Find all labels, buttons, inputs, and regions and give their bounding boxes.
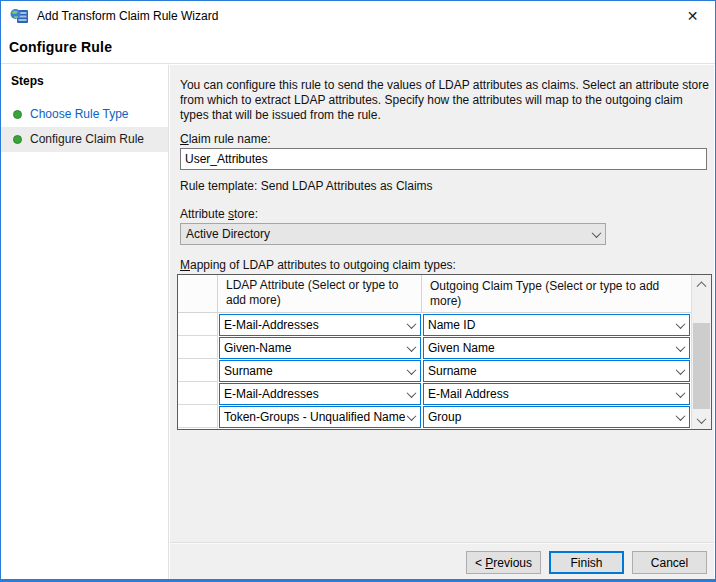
attribute-store-select[interactable]: Active Directory bbox=[180, 223, 606, 245]
outgoing-claim-select[interactable]: Name ID bbox=[423, 314, 690, 336]
claim-rule-name-input[interactable] bbox=[180, 148, 707, 170]
chevron-down-icon bbox=[407, 365, 417, 375]
close-button[interactable]: ✕ bbox=[670, 1, 715, 31]
sidebar-step-item[interactable]: Choose Rule Type bbox=[1, 102, 168, 127]
ldap-attribute-column-header: LDAP Attribute (Select or type to add mo… bbox=[218, 275, 422, 312]
ldap-attribute-select[interactable]: Token-Groups - Unqualified Names bbox=[219, 406, 421, 428]
outgoing-claim-value: Surname bbox=[428, 364, 674, 378]
row-selector-header bbox=[178, 275, 218, 312]
mapping-table: LDAP Attribute (Select or type to add mo… bbox=[177, 274, 712, 430]
chevron-down-icon bbox=[407, 319, 417, 329]
scroll-up-button[interactable] bbox=[692, 275, 711, 292]
row-selector bbox=[178, 428, 218, 429]
outgoing-claim-column-header: Outgoing Claim Type (Select or type to a… bbox=[422, 275, 691, 312]
footer-buttons: < Previous Finish Cancel bbox=[466, 551, 707, 574]
step-label: Choose Rule Type bbox=[30, 107, 129, 121]
content-panel: You can configure this rule to send the … bbox=[170, 65, 714, 579]
steps-heading: Steps bbox=[1, 65, 168, 102]
chevron-down-icon bbox=[697, 414, 707, 424]
rule-template-text: Rule template: Send LDAP Attributes as C… bbox=[180, 179, 433, 193]
row-selector[interactable] bbox=[178, 405, 218, 428]
ldap-attribute-value: Given-Name bbox=[224, 341, 405, 355]
ldap-attribute-select[interactable]: Surname bbox=[219, 360, 421, 382]
previous-button[interactable]: < Previous bbox=[466, 551, 541, 574]
outgoing-claim-select[interactable]: Surname bbox=[423, 360, 690, 382]
finish-button[interactable]: Finish bbox=[549, 551, 624, 574]
chevron-down-icon bbox=[676, 365, 686, 375]
row-selector[interactable] bbox=[178, 336, 218, 359]
mapping-table-row: E-Mail-Addresses E-Mail Address bbox=[178, 382, 691, 405]
ldap-attribute-value: E-Mail-Addresses bbox=[224, 387, 405, 401]
page-header: Configure Rule bbox=[1, 31, 715, 64]
chevron-down-icon bbox=[676, 411, 686, 421]
ldap-attribute-select[interactable]: E-Mail-Addresses bbox=[219, 383, 421, 405]
wizard-window: Add Transform Claim Rule Wizard ✕ Config… bbox=[0, 0, 716, 582]
chevron-down-icon bbox=[676, 388, 686, 398]
window-title: Add Transform Claim Rule Wizard bbox=[37, 9, 218, 23]
row-selector[interactable] bbox=[178, 359, 218, 382]
steps-sidebar: Steps Choose Rule Type Configure Claim R… bbox=[1, 65, 169, 579]
chevron-down-icon bbox=[407, 388, 417, 398]
outgoing-claim-value: Group bbox=[428, 410, 674, 424]
ldap-attribute-select[interactable]: E-Mail-Addresses bbox=[219, 314, 421, 336]
step-status-icon bbox=[13, 110, 22, 119]
scrollbar-track[interactable] bbox=[692, 292, 711, 412]
cancel-button[interactable]: Cancel bbox=[632, 551, 707, 574]
chevron-down-icon bbox=[676, 319, 686, 329]
sidebar-step-item[interactable]: Configure Claim Rule bbox=[1, 127, 168, 152]
attribute-store-label: Attribute store: bbox=[180, 207, 258, 221]
footer-divider bbox=[170, 542, 714, 544]
claim-rule-wizard-icon bbox=[10, 8, 30, 25]
mapping-table-body: LDAP Attribute (Select or type to add mo… bbox=[178, 275, 691, 429]
mapping-table-row: Surname Surname bbox=[178, 359, 691, 382]
row-selector[interactable] bbox=[178, 382, 218, 405]
chevron-down-icon bbox=[407, 342, 417, 352]
chevron-up-icon bbox=[697, 281, 707, 291]
outgoing-claim-select[interactable]: Group bbox=[423, 406, 690, 428]
outgoing-claim-value: Name ID bbox=[428, 318, 674, 332]
chevron-down-icon bbox=[592, 228, 602, 238]
step-status-icon bbox=[13, 135, 22, 144]
mapping-label: Mapping of LDAP attributes to outgoing c… bbox=[180, 258, 456, 272]
scrollbar-thumb[interactable] bbox=[693, 323, 710, 409]
mapping-rows: E-Mail-Addresses Name ID Given-Name Give… bbox=[178, 313, 691, 428]
outgoing-claim-value: Given Name bbox=[428, 341, 674, 355]
row-selector[interactable] bbox=[178, 313, 218, 336]
outgoing-claim-select[interactable]: Given Name bbox=[423, 337, 690, 359]
ldap-attribute-select[interactable]: Given-Name bbox=[219, 337, 421, 359]
outgoing-claim-select[interactable]: E-Mail Address bbox=[423, 383, 690, 405]
step-label: Configure Claim Rule bbox=[30, 132, 144, 146]
attribute-store-value: Active Directory bbox=[186, 227, 593, 241]
ldap-attribute-value: E-Mail-Addresses bbox=[224, 318, 405, 332]
chevron-down-icon bbox=[407, 411, 417, 421]
ldap-attribute-value: Surname bbox=[224, 364, 405, 378]
mapping-table-row: Given-Name Given Name bbox=[178, 336, 691, 359]
claim-rule-name-label: Claim rule name: bbox=[180, 132, 271, 146]
ldap-attribute-value: Token-Groups - Unqualified Names bbox=[224, 410, 405, 424]
chevron-down-icon bbox=[676, 342, 686, 352]
mapping-table-row: Token-Groups - Unqualified Names Group bbox=[178, 405, 691, 428]
table-scrollbar[interactable] bbox=[691, 275, 711, 429]
mapping-table-header: LDAP Attribute (Select or type to add mo… bbox=[178, 275, 691, 313]
steps-list: Choose Rule Type Configure Claim Rule bbox=[1, 102, 168, 152]
rule-description-text: You can configure this rule to send the … bbox=[180, 78, 710, 123]
new-row-partial bbox=[178, 428, 691, 429]
outgoing-claim-value: E-Mail Address bbox=[428, 387, 674, 401]
mapping-table-row: E-Mail-Addresses Name ID bbox=[178, 313, 691, 336]
title-bar: Add Transform Claim Rule Wizard ✕ bbox=[1, 1, 715, 31]
page-title: Configure Rule bbox=[1, 31, 715, 55]
scroll-down-button[interactable] bbox=[692, 412, 711, 429]
